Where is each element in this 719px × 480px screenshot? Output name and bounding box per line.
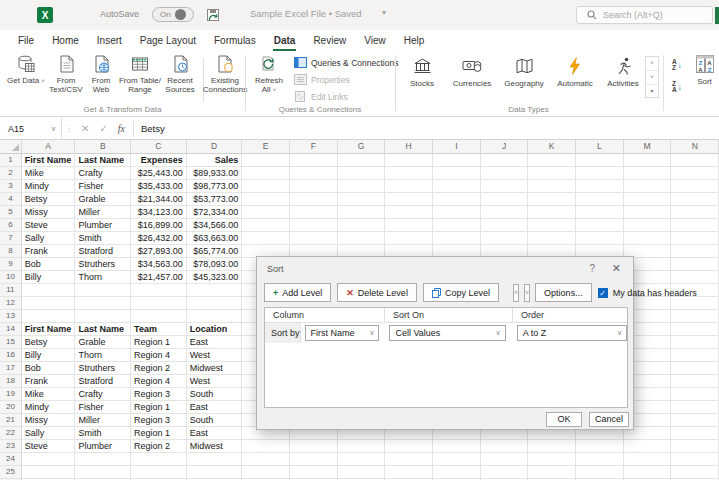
delete-level-button[interactable]: ✕ Delete Level (337, 283, 417, 302)
row-header-24[interactable]: 24 (0, 453, 22, 466)
autosave-toggle[interactable]: On (152, 7, 194, 22)
gallery-down-icon[interactable]: ˅ (646, 71, 658, 85)
checkbox-checked-icon[interactable]: ✓ (598, 288, 608, 298)
column-header-I[interactable]: I (433, 140, 481, 154)
cell-J23[interactable] (481, 440, 529, 453)
cell-A6[interactable]: Steve (22, 219, 76, 232)
cell-D14[interactable]: Location (187, 323, 243, 336)
column-header-K[interactable]: K (528, 140, 576, 154)
cell-F7[interactable] (290, 232, 338, 245)
cell-B3[interactable]: Fisher (75, 180, 131, 193)
account-badge[interactable] (715, 7, 719, 24)
row-header-20[interactable]: 20 (0, 401, 22, 414)
cell-D18[interactable]: West (187, 375, 243, 388)
row-header-16[interactable]: 16 (0, 349, 22, 362)
cell-B1[interactable]: Last Name (75, 154, 131, 167)
column-dropdown[interactable]: First Name ∨ (305, 325, 380, 341)
cell-K24[interactable] (528, 453, 576, 466)
cell-G6[interactable] (338, 219, 386, 232)
tab-page-layout[interactable]: Page Layout (131, 31, 205, 51)
cell-B23[interactable]: Plumber (75, 440, 131, 453)
cell-D5[interactable]: $72,334.00 (187, 206, 243, 219)
cell-G2[interactable] (338, 167, 386, 180)
cell-B22[interactable]: Smith (75, 427, 131, 440)
formula-bar-handle[interactable]: ⋮ (65, 124, 73, 133)
row-header-11[interactable]: 11 (0, 284, 22, 297)
cell-E6[interactable] (242, 219, 290, 232)
cell-H24[interactable] (385, 453, 433, 466)
cell-B16[interactable]: Thorn (75, 349, 131, 362)
cell-H1[interactable] (385, 154, 433, 167)
cell-D21[interactable]: South (187, 414, 243, 427)
cell-C16[interactable]: Region 4 (131, 349, 187, 362)
excel-logo-icon[interactable]: X (37, 7, 53, 23)
cell-N22[interactable] (671, 427, 719, 440)
cell-G3[interactable] (338, 180, 386, 193)
cell-B8[interactable]: Stratford (75, 245, 131, 258)
cell-N10[interactable] (671, 271, 719, 284)
ok-button[interactable]: OK (546, 412, 582, 427)
cell-M2[interactable] (624, 167, 672, 180)
cell-C17[interactable]: Region 2 (131, 362, 187, 375)
automatic-button[interactable]: Automatic (552, 56, 598, 98)
queries-connections-button[interactable]: Queries & Connections (294, 57, 398, 68)
cell-F6[interactable] (290, 219, 338, 232)
column-header-J[interactable]: J (481, 140, 529, 154)
column-header-L[interactable]: L (576, 140, 624, 154)
cell-A10[interactable]: Billy (22, 271, 76, 284)
cell-A14[interactable]: First Name (22, 323, 76, 336)
recent-sources-button[interactable]: Recent Sources (162, 54, 198, 102)
cell-B6[interactable]: Plumber (75, 219, 131, 232)
column-header-N[interactable]: N (671, 140, 719, 154)
cell-F24[interactable] (290, 453, 338, 466)
move-up-button[interactable]: ˄ (513, 284, 519, 302)
cell-F4[interactable] (290, 193, 338, 206)
cell-K2[interactable] (528, 167, 576, 180)
existing-connections-button[interactable]: Existing Connections (207, 54, 243, 102)
cell-A9[interactable]: Bob (22, 258, 76, 271)
cell-G24[interactable] (338, 453, 386, 466)
cell-A25[interactable] (22, 466, 76, 479)
options-button[interactable]: Options... (535, 283, 592, 302)
cell-B18[interactable]: Stratford (75, 375, 131, 388)
cancel-button[interactable]: Cancel (589, 412, 629, 427)
move-down-button[interactable]: ˅ (524, 284, 530, 302)
column-header-G[interactable]: G (338, 140, 386, 154)
cell-E7[interactable] (242, 232, 290, 245)
sort-on-dropdown[interactable]: Cell Values ∨ (389, 325, 505, 341)
cell-G1[interactable] (338, 154, 386, 167)
cell-J1[interactable] (481, 154, 529, 167)
cell-C10[interactable]: $21,457.00 (131, 271, 187, 284)
cell-D6[interactable]: $34,566.00 (187, 219, 243, 232)
cell-D11[interactable] (187, 284, 243, 297)
cell-N24[interactable] (671, 453, 719, 466)
row-header-1[interactable]: 1 (0, 154, 22, 167)
cell-E2[interactable] (242, 167, 290, 180)
cell-D20[interactable]: East (187, 401, 243, 414)
cell-B24[interactable] (75, 453, 131, 466)
cell-N7[interactable] (671, 232, 719, 245)
cell-N25[interactable] (671, 466, 719, 479)
cell-E5[interactable] (242, 206, 290, 219)
cell-A20[interactable]: Mindy (22, 401, 76, 414)
cell-B25[interactable] (75, 466, 131, 479)
cell-A17[interactable]: Bob (22, 362, 76, 375)
tab-review[interactable]: Review (304, 31, 355, 51)
refresh-all-button[interactable]: Refresh All ˅ (250, 54, 288, 102)
cell-L6[interactable] (576, 219, 624, 232)
cell-M3[interactable] (624, 180, 672, 193)
close-icon[interactable]: ✕ (612, 262, 621, 275)
cancel-entry-icon[interactable]: ✕ (76, 123, 94, 134)
cell-J3[interactable] (481, 180, 529, 193)
cell-L1[interactable] (576, 154, 624, 167)
cell-A5[interactable]: Missy (22, 206, 76, 219)
cell-A23[interactable]: Steve (22, 440, 76, 453)
cell-C12[interactable] (131, 297, 187, 310)
cell-J25[interactable] (481, 466, 529, 479)
cell-M23[interactable] (624, 440, 672, 453)
cell-G5[interactable] (338, 206, 386, 219)
tab-formulas[interactable]: Formulas (205, 31, 265, 51)
cell-B10[interactable]: Thorn (75, 271, 131, 284)
cell-B11[interactable] (75, 284, 131, 297)
cell-B14[interactable]: Last Name (75, 323, 131, 336)
